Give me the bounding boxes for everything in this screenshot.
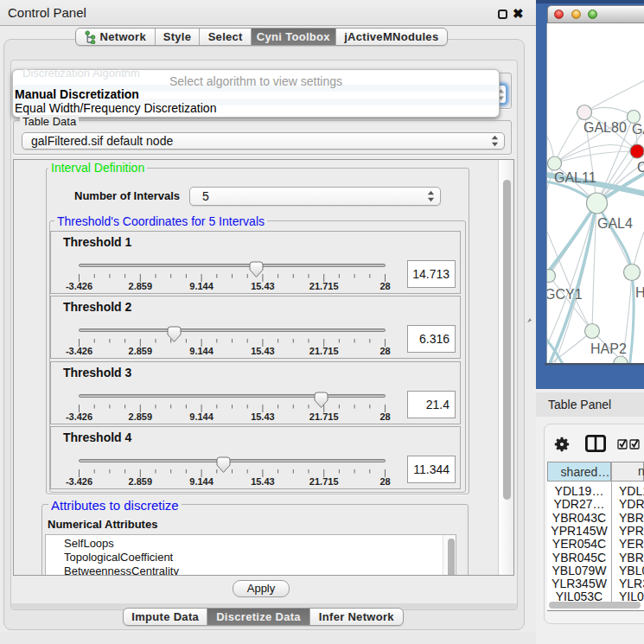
svg-text:HAP1: HAP1 [635, 285, 644, 300]
svg-text:GAL80: GAL80 [583, 120, 627, 135]
svg-text:GCY1: GCY1 [547, 287, 583, 302]
svg-text:GAL11: GAL11 [554, 170, 596, 185]
svg-text:CDC1: CDC1 [637, 160, 644, 175]
svg-text:GAL1: GAL1 [632, 122, 644, 137]
svg-text:HAP2: HAP2 [590, 341, 627, 356]
svg-text:GAL4: GAL4 [597, 216, 633, 231]
